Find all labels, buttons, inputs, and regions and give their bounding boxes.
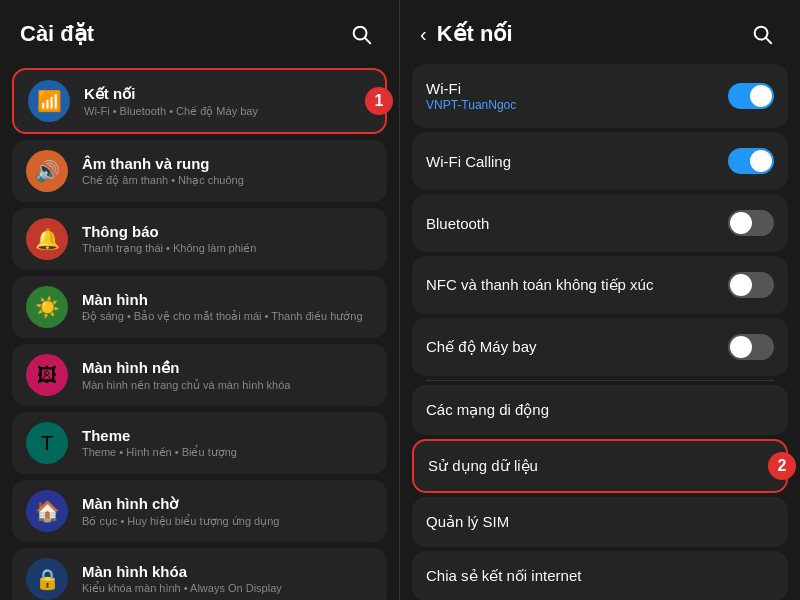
back-button[interactable]: ‹ (420, 23, 427, 46)
connection-item-nfc[interactable]: NFC và thanh toán không tiếp xúc (412, 256, 788, 314)
settings-item-icon-am-thanh: 🔊 (26, 150, 68, 192)
settings-item-title-am-thanh: Âm thanh và rung (82, 155, 373, 172)
toggle-wifi-calling[interactable] (728, 148, 774, 174)
settings-item-man-hinh-khoa[interactable]: 🔒Màn hình khóaKiểu khóa màn hình • Alway… (12, 548, 387, 600)
toggle-knob-nfc (730, 274, 752, 296)
settings-item-subtitle-thong-bao: Thanh trạng thái • Không làm phiền (82, 242, 373, 255)
settings-item-icon-man-hinh-nen: 🖼 (26, 354, 68, 396)
settings-item-title-man-hinh: Màn hình (82, 291, 373, 308)
settings-item-title-ket-noi: Kết nối (84, 85, 371, 103)
connection-title-wifi-calling: Wi-Fi Calling (426, 153, 728, 170)
settings-item-theme[interactable]: TThemeTheme • Hình nền • Biểu tượng (12, 412, 387, 474)
settings-item-subtitle-man-hinh-khoa: Kiểu khóa màn hình • Always On Display (82, 582, 373, 595)
settings-item-icon-man-hinh-khoa: 🔒 (26, 558, 68, 600)
settings-item-man-hinh-cho[interactable]: 🏠Màn hình chờBố cục • Huy hiệu biểu tượn… (12, 480, 387, 542)
left-header: Cài đặt (0, 0, 399, 64)
settings-item-title-theme: Theme (82, 427, 373, 444)
settings-item-icon-man-hinh: ☀️ (26, 286, 68, 328)
settings-item-man-hinh[interactable]: ☀️Màn hìnhĐộ sáng • Bảo vệ cho mắt thoải… (12, 276, 387, 338)
divider-5 (426, 380, 774, 381)
connection-item-quan-ly-sim[interactable]: Quản lý SIM (412, 497, 788, 547)
toggle-nfc[interactable] (728, 272, 774, 298)
settings-list: 📶Kết nốiWi-Fi • Bluetooth • Chế độ Máy b… (0, 64, 399, 600)
settings-item-subtitle-man-hinh-nen: Màn hình nền trang chủ và màn hình khóa (82, 379, 373, 392)
connection-item-may-bay[interactable]: Chế độ Máy bay (412, 318, 788, 376)
connection-title-bluetooth: Bluetooth (426, 215, 728, 232)
right-header-left: ‹ Kết nối (420, 21, 513, 47)
settings-item-subtitle-man-hinh: Độ sáng • Bảo vệ cho mắt thoải mái • Tha… (82, 310, 373, 323)
settings-item-icon-thong-bao: 🔔 (26, 218, 68, 260)
settings-title: Cài đặt (20, 21, 94, 47)
settings-item-thong-bao[interactable]: 🔔Thông báoThanh trạng thái • Không làm p… (12, 208, 387, 270)
right-panel: ‹ Kết nối Wi-FiVNPT-TuanNgocWi-Fi Callin… (400, 0, 800, 600)
toggle-knob-bluetooth (730, 212, 752, 234)
connection-list: Wi-FiVNPT-TuanNgocWi-Fi CallingBluetooth… (400, 64, 800, 600)
settings-item-title-man-hinh-nen: Màn hình nền (82, 359, 373, 377)
connection-title-cac-mang: Các mạng di động (426, 401, 774, 419)
toggle-wifi[interactable] (728, 83, 774, 109)
toggle-knob-wifi-calling (750, 150, 772, 172)
connection-title-su-dung-du-lieu: Sử dụng dữ liệu (428, 457, 772, 475)
connection-title: Kết nối (437, 21, 513, 47)
connection-item-wifi[interactable]: Wi-FiVNPT-TuanNgoc (412, 64, 788, 128)
settings-item-title-thong-bao: Thông báo (82, 223, 373, 240)
connection-title-quan-ly-sim: Quản lý SIM (426, 513, 774, 531)
settings-item-title-man-hinh-cho: Màn hình chờ (82, 495, 373, 513)
badge-1: 1 (365, 87, 393, 115)
connection-subtitle-wifi: VNPT-TuanNgoc (426, 98, 728, 112)
settings-item-subtitle-theme: Theme • Hình nền • Biểu tượng (82, 446, 373, 459)
connection-item-bluetooth[interactable]: Bluetooth (412, 194, 788, 252)
settings-item-icon-theme: T (26, 422, 68, 464)
right-header: ‹ Kết nối (400, 0, 800, 64)
connection-title-chia-se: Chia sẻ kết nối internet (426, 567, 774, 585)
settings-item-subtitle-ket-noi: Wi-Fi • Bluetooth • Chế độ Máy bay (84, 105, 371, 118)
toggle-bluetooth[interactable] (728, 210, 774, 236)
settings-item-icon-man-hinh-cho: 🏠 (26, 490, 68, 532)
connection-title-may-bay: Chế độ Máy bay (426, 338, 728, 356)
left-panel: Cài đặt 📶Kết nốiWi-Fi • Bluetooth • Chế … (0, 0, 400, 600)
settings-item-icon-ket-noi: 📶 (28, 80, 70, 122)
connection-item-cac-mang[interactable]: Các mạng di động (412, 385, 788, 435)
settings-item-ket-noi[interactable]: 📶Kết nốiWi-Fi • Bluetooth • Chế độ Máy b… (12, 68, 387, 134)
connection-item-wifi-calling[interactable]: Wi-Fi Calling (412, 132, 788, 190)
settings-item-subtitle-man-hinh-cho: Bố cục • Huy hiệu biểu tượng ứng dụng (82, 515, 373, 528)
toggle-knob-may-bay (730, 336, 752, 358)
left-search-button[interactable] (343, 16, 379, 52)
settings-item-man-hinh-nen[interactable]: 🖼Màn hình nềnMàn hình nền trang chủ và m… (12, 344, 387, 406)
right-search-button[interactable] (744, 16, 780, 52)
toggle-knob-wifi (750, 85, 772, 107)
svg-line-3 (766, 38, 771, 43)
toggle-may-bay[interactable] (728, 334, 774, 360)
connection-item-su-dung-du-lieu[interactable]: Sử dụng dữ liệu2 (412, 439, 788, 493)
connection-title-wifi: Wi-Fi (426, 80, 728, 97)
settings-item-title-man-hinh-khoa: Màn hình khóa (82, 563, 373, 580)
settings-item-am-thanh[interactable]: 🔊Âm thanh và rungChế độ âm thanh • Nhạc … (12, 140, 387, 202)
connection-title-nfc: NFC và thanh toán không tiếp xúc (426, 276, 728, 294)
connection-item-chia-se[interactable]: Chia sẻ kết nối internet (412, 551, 788, 600)
svg-line-1 (365, 38, 370, 43)
settings-item-subtitle-am-thanh: Chế độ âm thanh • Nhạc chuông (82, 174, 373, 187)
badge-2: 2 (768, 452, 796, 480)
